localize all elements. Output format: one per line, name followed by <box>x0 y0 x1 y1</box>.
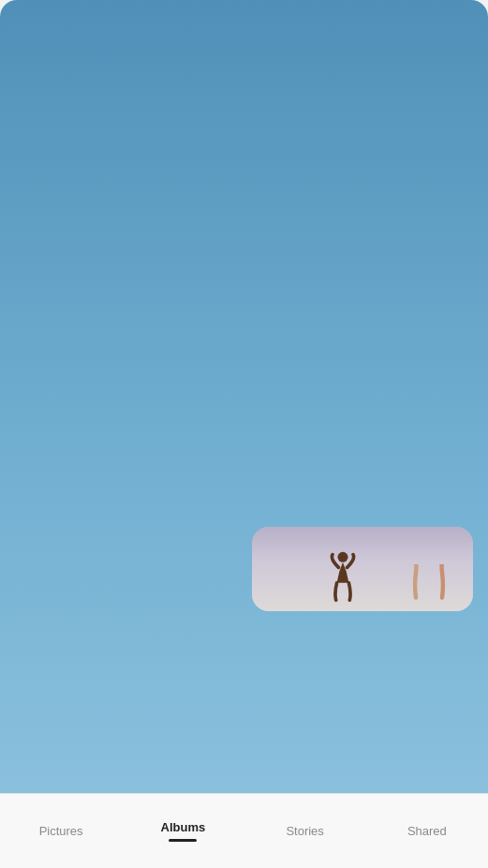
nav-pictures-label: Pictures <box>39 824 83 838</box>
people-thumbnail <box>252 527 474 611</box>
nav-albums[interactable]: Albums <box>122 820 244 842</box>
person-right-hand2 <box>434 564 451 602</box>
nav-active-indicator <box>169 839 197 842</box>
nav-shared[interactable]: Shared <box>366 824 488 838</box>
nav-stories-label: Stories <box>286 824 323 838</box>
album-people-partial[interactable] <box>252 527 474 611</box>
nav-shared-label: Shared <box>407 824 447 838</box>
nav-stories[interactable]: Stories <box>244 824 366 838</box>
bottom-navigation: Pictures Albums Stories Shared <box>0 793 488 868</box>
nav-pictures[interactable]: Pictures <box>0 824 122 838</box>
pictures-thumbnail <box>15 527 237 611</box>
svg-point-28 <box>338 551 348 561</box>
album-pictures-partial[interactable] <box>15 527 237 611</box>
albums-grid: Camera 6114 <box>0 244 488 611</box>
person-left-silhouette <box>329 550 357 602</box>
person-right-hand1 <box>407 564 424 602</box>
nav-albums-label: Albums <box>161 820 206 834</box>
